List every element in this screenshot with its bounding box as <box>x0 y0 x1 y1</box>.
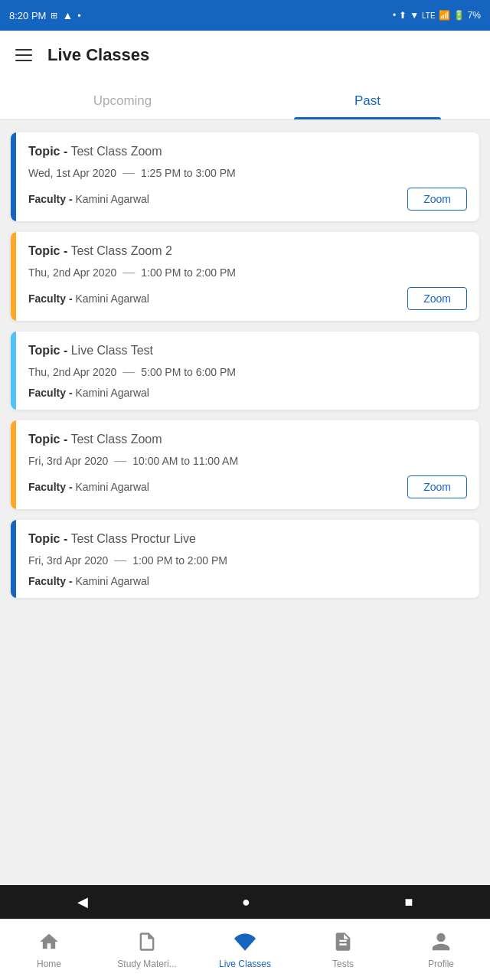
card-datetime: Fri, 3rd Apr 2020 — 10:00 AM to 11:00 AM <box>28 454 467 468</box>
class-date: Fri, 3rd Apr 2020 <box>28 554 108 567</box>
class-card: Topic - Test Class Proctur LiveFri, 3rd … <box>11 520 479 598</box>
dot-icon: • <box>77 10 81 21</box>
app-icon: ▲ <box>62 9 73 21</box>
tab-past[interactable]: Past <box>245 80 490 119</box>
status-time: 8:20 PM <box>9 10 46 21</box>
tests-icon <box>332 931 354 956</box>
class-time: 1:25 PM to 3:00 PM <box>141 167 236 179</box>
card-faculty-row: Faculty - Kamini Agarwal <box>28 387 467 399</box>
nav-label-tests: Tests <box>332 959 354 969</box>
card-faculty-row: Faculty - Kamini AgarwalZoom <box>28 287 467 310</box>
class-date: Fri, 3rd Apr 2020 <box>28 455 108 467</box>
card-accent <box>11 420 16 509</box>
page-title: Live Classes <box>47 45 149 65</box>
data-icon: LTE <box>422 11 436 20</box>
dot2-icon: • <box>393 10 396 21</box>
card-accent <box>11 132 16 221</box>
class-time: 1:00 PM to 2:00 PM <box>132 554 227 567</box>
class-date: Thu, 2nd Apr 2020 <box>28 266 116 279</box>
profile-icon <box>430 931 452 956</box>
battery-icon: 🔋 <box>453 10 465 21</box>
card-topic: Topic - Test Class Zoom 2 <box>28 244 467 258</box>
wifi-icon: ▼ <box>410 10 419 21</box>
nav-item-study-material[interactable]: Study Materi... <box>98 920 196 980</box>
card-faculty: Faculty - Kamini Agarwal <box>28 193 149 205</box>
class-card: Topic - Live Class TestThu, 2nd Apr 2020… <box>11 332 479 410</box>
status-bar: 8:20 PM ⊞ ▲ • • ⬆ ▼ LTE 📶 🔋 7% <box>0 0 490 31</box>
card-faculty: Faculty - Kamini Agarwal <box>28 481 149 493</box>
system-nav: ◀ ● ■ <box>0 885 490 919</box>
nav-item-tests[interactable]: Tests <box>294 920 392 980</box>
card-datetime: Thu, 2nd Apr 2020 — 1:00 PM to 2:00 PM <box>28 266 467 279</box>
battery-level: 7% <box>468 10 481 21</box>
menu-button[interactable] <box>12 46 35 64</box>
nav-item-home[interactable]: Home <box>0 920 98 980</box>
card-body: Topic - Test Class Proctur LiveFri, 3rd … <box>16 520 479 598</box>
dash-icon: — <box>114 554 126 567</box>
status-right: • ⬆ ▼ LTE 📶 🔋 7% <box>393 10 481 21</box>
home-icon <box>38 931 60 956</box>
nav-label-live-classes: Live Classes <box>219 959 271 969</box>
zoom-button[interactable]: Zoom <box>407 475 467 498</box>
home-button[interactable]: ● <box>242 894 250 910</box>
study-material-icon <box>136 931 158 956</box>
class-card: Topic - Test Class Zoom 2Thu, 2nd Apr 20… <box>11 232 479 321</box>
bottom-nav: HomeStudy Materi...Live ClassesTestsProf… <box>0 919 490 980</box>
header: Live Classes <box>0 31 490 80</box>
dash-icon: — <box>122 166 135 180</box>
card-topic: Topic - Live Class Test <box>28 344 467 358</box>
class-time: 1:00 PM to 2:00 PM <box>141 266 236 279</box>
class-card: Topic - Test Class ZoomFri, 3rd Apr 2020… <box>11 420 479 509</box>
card-accent <box>11 232 16 321</box>
tab-upcoming[interactable]: Upcoming <box>0 80 245 119</box>
nav-label-profile: Profile <box>428 959 454 969</box>
card-faculty-row: Faculty - Kamini Agarwal <box>28 575 467 587</box>
nav-item-profile[interactable]: Profile <box>392 920 490 980</box>
card-faculty: Faculty - Kamini Agarwal <box>28 387 149 399</box>
class-date: Thu, 2nd Apr 2020 <box>28 366 116 378</box>
card-faculty: Faculty - Kamini Agarwal <box>28 575 149 587</box>
nav-label-home: Home <box>37 959 61 969</box>
card-faculty-row: Faculty - Kamini AgarwalZoom <box>28 188 467 211</box>
classes-list: Topic - Test Class ZoomWed, 1st Apr 2020… <box>0 120 490 610</box>
sim-icon: ⊞ <box>51 11 57 21</box>
tabs-container: Upcoming Past <box>0 80 490 120</box>
live-classes-icon <box>234 931 256 956</box>
card-datetime: Thu, 2nd Apr 2020 — 5:00 PM to 6:00 PM <box>28 365 467 379</box>
card-accent <box>11 332 16 410</box>
dash-icon: — <box>114 454 126 468</box>
signal-icon: ⬆ <box>399 10 407 21</box>
class-time: 10:00 AM to 11:00 AM <box>132 455 238 467</box>
dash-icon: — <box>122 365 135 379</box>
card-datetime: Wed, 1st Apr 2020 — 1:25 PM to 3:00 PM <box>28 166 467 180</box>
card-faculty-row: Faculty - Kamini AgarwalZoom <box>28 475 467 498</box>
nav-item-live-classes[interactable]: Live Classes <box>196 920 294 980</box>
card-topic: Topic - Test Class Zoom <box>28 433 467 446</box>
dash-icon: — <box>122 266 135 279</box>
recents-button[interactable]: ■ <box>404 894 413 910</box>
card-accent <box>11 520 16 598</box>
zoom-button[interactable]: Zoom <box>407 188 467 211</box>
class-date: Wed, 1st Apr 2020 <box>28 167 116 179</box>
card-datetime: Fri, 3rd Apr 2020 — 1:00 PM to 2:00 PM <box>28 554 467 567</box>
card-topic: Topic - Test Class Zoom <box>28 145 467 158</box>
svg-point-0 <box>243 937 248 942</box>
network-icon: 📶 <box>439 10 450 21</box>
card-faculty: Faculty - Kamini Agarwal <box>28 292 149 305</box>
card-topic: Topic - Test Class Proctur Live <box>28 532 467 546</box>
card-body: Topic - Live Class TestThu, 2nd Apr 2020… <box>16 332 479 410</box>
class-card: Topic - Test Class ZoomWed, 1st Apr 2020… <box>11 132 479 221</box>
card-body: Topic - Test Class ZoomFri, 3rd Apr 2020… <box>16 420 479 509</box>
class-time: 5:00 PM to 6:00 PM <box>141 366 236 378</box>
back-button[interactable]: ◀ <box>77 893 88 910</box>
status-left: 8:20 PM ⊞ ▲ • <box>9 9 81 21</box>
card-body: Topic - Test Class Zoom 2Thu, 2nd Apr 20… <box>16 232 479 321</box>
zoom-button[interactable]: Zoom <box>407 287 467 310</box>
card-body: Topic - Test Class ZoomWed, 1st Apr 2020… <box>16 132 479 221</box>
nav-label-study-material: Study Materi... <box>117 959 176 969</box>
